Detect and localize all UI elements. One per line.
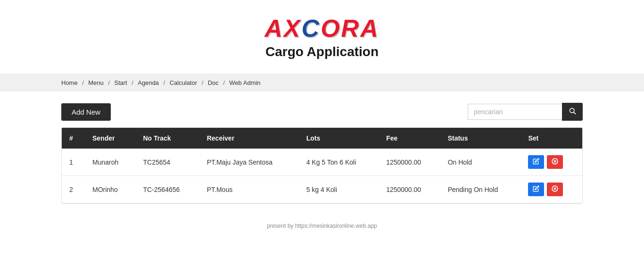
breadcrumb-webadmin: Web Admin [229, 79, 260, 86]
delete-icon [552, 158, 558, 165]
cell-fee: 1250000.00 [379, 176, 440, 203]
edit-button[interactable] [528, 155, 544, 169]
table-header-row: # Sender No Track Receiver Lots Fee Stat… [62, 128, 582, 149]
header: AXCORA Cargo Application [0, 0, 644, 69]
svg-point-0 [570, 108, 574, 113]
cell-fee: 1250000.00 [379, 149, 440, 176]
toolbar: Add New [0, 96, 644, 127]
edit-button[interactable] [528, 183, 544, 196]
cell-status: On Hold [440, 149, 521, 176]
add-new-button[interactable]: Add New [61, 103, 111, 121]
delete-button[interactable] [547, 155, 563, 169]
table-row: 2 MOrinho TC-2564656 PT.Mous 5 kg 4 Koli… [62, 176, 582, 203]
search-area [468, 103, 583, 121]
col-header-sender: Sender [85, 128, 135, 149]
delete-icon [552, 185, 558, 192]
svg-line-1 [574, 112, 575, 114]
footer: present by https://mesinkasironline.web.… [0, 213, 644, 239]
breadcrumb-sep: / [82, 79, 84, 86]
cell-no: 2 [62, 176, 85, 203]
edit-icon [533, 185, 539, 192]
cell-receiver: PT.Maju Jaya Sentosa [199, 149, 299, 176]
logo: AXCORA [0, 14, 644, 42]
search-icon [569, 107, 576, 115]
breadcrumb: Home / Menu / Start / Agenda / Calculato… [0, 74, 644, 91]
cell-notrack: TC25654 [135, 149, 199, 176]
cell-lots: 4 Kg 5 Ton 6 Koli [299, 149, 379, 176]
cell-receiver: PT.Mous [199, 176, 299, 203]
breadcrumb-doc[interactable]: Doc [208, 79, 219, 86]
app-title: Cargo Application [0, 44, 644, 59]
col-header-no: # [62, 128, 85, 149]
data-table-container: # Sender No Track Receiver Lots Fee Stat… [61, 127, 583, 204]
cell-actions [520, 176, 582, 203]
breadcrumb-calculator[interactable]: Calculator [170, 79, 198, 86]
col-header-fee: Fee [379, 128, 440, 149]
search-button[interactable] [562, 103, 583, 121]
breadcrumb-home[interactable]: Home [61, 79, 78, 86]
cell-actions [520, 149, 582, 176]
cell-sender: MOrinho [85, 176, 135, 203]
table-header: # Sender No Track Receiver Lots Fee Stat… [62, 128, 582, 149]
breadcrumb-start[interactable]: Start [114, 79, 127, 86]
table-body: 1 Munaroh TC25654 PT.Maju Jaya Sentosa 4… [62, 149, 582, 203]
col-header-receiver: Receiver [199, 128, 299, 149]
cell-status: Pending On Hold [440, 176, 521, 203]
table-row: 1 Munaroh TC25654 PT.Maju Jaya Sentosa 4… [62, 149, 582, 176]
breadcrumb-agenda[interactable]: Agenda [138, 79, 159, 86]
cell-sender: Munaroh [85, 149, 135, 176]
edit-icon [533, 158, 539, 165]
breadcrumb-menu[interactable]: Menu [88, 79, 104, 86]
col-header-lots: Lots [299, 128, 379, 149]
cell-lots: 5 kg 4 Koli [299, 176, 379, 203]
footer-text: present by https://mesinkasironline.web.… [267, 223, 377, 229]
delete-button[interactable] [547, 183, 563, 196]
cell-no: 1 [62, 149, 85, 176]
col-header-status: Status [440, 128, 521, 149]
col-header-notrack: No Track [135, 128, 199, 149]
search-input[interactable] [468, 104, 562, 120]
cell-notrack: TC-2564656 [135, 176, 199, 203]
data-table: # Sender No Track Receiver Lots Fee Stat… [62, 128, 582, 203]
col-header-set: Set [520, 128, 582, 149]
